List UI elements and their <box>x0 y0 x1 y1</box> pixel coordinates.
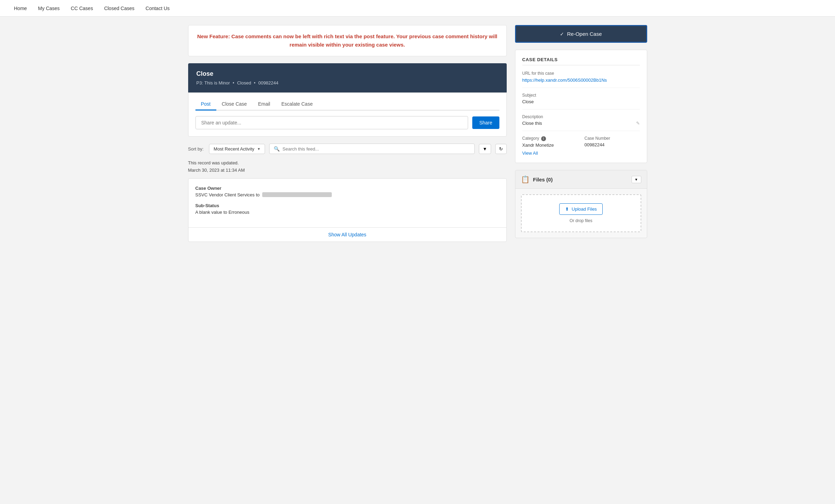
subject-value: Close <box>522 99 640 104</box>
category-casenumber-row: Category i Xandr Monetize Case Number 00… <box>522 136 640 148</box>
refresh-button[interactable]: ↻ <box>495 144 507 154</box>
share-row: Share <box>195 116 499 129</box>
search-feed-input[interactable] <box>282 146 470 152</box>
nav-contact-us[interactable]: Contact Us <box>146 6 170 11</box>
dot-separator-2: • <box>254 80 256 86</box>
redacted-value <box>262 192 332 197</box>
upload-icon: ⬆ <box>565 206 569 212</box>
reopen-case-button[interactable]: ✓ Re-Open Case <box>515 25 647 43</box>
navigation: Home My Cases CC Cases Closed Cases Cont… <box>0 0 835 17</box>
two-col-detail: Category i Xandr Monetize Case Number 00… <box>522 136 640 148</box>
sort-select-dropdown[interactable]: Most Recent Activity ▼ <box>209 144 265 154</box>
case-title: Close <box>196 70 498 78</box>
refresh-icon: ↻ <box>499 146 503 152</box>
tab-escalate-case[interactable]: Escalate Case <box>276 98 318 111</box>
search-feed-container: 🔍 <box>269 144 474 154</box>
case-priority: P3: This is Minor <box>196 80 230 86</box>
files-drop-zone[interactable]: ⬆ Upload Files Or drop files <box>521 194 641 232</box>
reopen-button-label: Re-Open Case <box>567 31 602 37</box>
category-label: Category i <box>522 136 578 141</box>
tab-email[interactable]: Email <box>252 98 276 111</box>
description-label: Description <box>522 114 640 119</box>
update-card-footer: Show All Updates <box>188 227 506 242</box>
files-icon: 📋 <box>521 175 530 184</box>
case-number-label: Case Number <box>585 136 640 141</box>
files-collapse-button[interactable]: ▼ <box>632 176 641 183</box>
description-detail-row: Description Close this ✎ <box>522 114 640 131</box>
case-number-col: Case Number 00982244 <box>585 136 640 148</box>
case-meta: P3: This is Minor • Closed • 00982244 <box>196 80 498 86</box>
show-all-updates-link[interactable]: Show All Updates <box>328 232 367 237</box>
upload-button-label: Upload Files <box>572 206 597 212</box>
case-header: Close P3: This is Minor • Closed • 00982… <box>188 63 507 92</box>
files-card: 📋 Files (0) ▼ ⬆ Upload Files Or drop fil… <box>515 170 647 238</box>
feed-controls: Sort by: Most Recent Activity ▼ 🔍 ▼ ↻ <box>188 144 507 154</box>
category-value: Xandr Monetize <box>522 143 578 148</box>
case-owner-field: Case Owner SSVC Vendor Client Services t… <box>195 186 499 197</box>
tab-post[interactable]: Post <box>195 98 216 111</box>
case-details-card: CASE DETAILS URL for this case https://h… <box>515 50 647 163</box>
sub-status-value: A blank value to Erroneous <box>195 210 499 215</box>
sub-status-field: Sub-Status A blank value to Erroneous <box>195 203 499 215</box>
update-card-body: Case Owner SSVC Vendor Client Services t… <box>188 179 506 227</box>
share-button[interactable]: Share <box>472 116 499 129</box>
nav-my-cases[interactable]: My Cases <box>38 6 59 11</box>
main-content: New Feature: Case comments can now be le… <box>188 25 507 242</box>
sub-status-label: Sub-Status <box>195 203 499 208</box>
case-status: Closed <box>237 80 251 86</box>
description-value: Close this ✎ <box>522 121 640 126</box>
case-owner-label: Case Owner <box>195 186 499 191</box>
tab-bar: Post Close Case Email Escalate Case <box>195 98 499 111</box>
sort-label: Sort by: <box>188 146 204 152</box>
upload-files-button[interactable]: ⬆ Upload Files <box>559 203 603 215</box>
page-layout: New Feature: Case comments can now be le… <box>174 17 661 250</box>
case-number-header: 00982244 <box>258 80 279 86</box>
announcement-banner: New Feature: Case comments can now be le… <box>188 25 507 56</box>
drop-text: Or drop files <box>527 218 635 223</box>
activity-timestamp: This record was updated. March 30, 2023 … <box>188 160 507 174</box>
case-details-title: CASE DETAILS <box>522 57 640 65</box>
announcement-text: New Feature: Case comments can now be le… <box>197 32 498 49</box>
case-owner-value: SSVC Vendor Client Services to <box>195 192 499 197</box>
chevron-down-icon: ▼ <box>635 178 638 181</box>
description-edit-icon[interactable]: ✎ <box>636 121 640 126</box>
category-col: Category i Xandr Monetize <box>522 136 578 148</box>
tab-close-case[interactable]: Close Case <box>216 98 252 111</box>
tabs-panel: Post Close Case Email Escalate Case Shar… <box>188 92 507 137</box>
chevron-down-icon: ▼ <box>257 147 260 151</box>
activity-line1: This record was updated. <box>188 160 507 167</box>
url-detail-row: URL for this case https://help.xandr.com… <box>522 71 640 88</box>
filter-icon: ▼ <box>483 146 487 152</box>
nav-home[interactable]: Home <box>14 6 27 11</box>
activity-line2: March 30, 2023 at 11:34 AM <box>188 167 507 174</box>
subject-detail-row: Subject Close <box>522 93 640 109</box>
files-header: 📋 Files (0) ▼ <box>515 170 647 189</box>
files-header-left: 📋 Files (0) <box>521 175 553 184</box>
share-input[interactable] <box>195 116 468 129</box>
filter-button[interactable]: ▼ <box>479 144 491 154</box>
url-label: URL for this case <box>522 71 640 76</box>
sidebar: ✓ Re-Open Case CASE DETAILS URL for this… <box>515 25 647 242</box>
dot-separator-1: • <box>233 80 234 86</box>
case-number-value: 00982244 <box>585 142 640 147</box>
search-icon: 🔍 <box>274 146 280 152</box>
url-value[interactable]: https://help.xandr.com/5006S00002Bb1Ns <box>522 78 607 83</box>
sort-value: Most Recent Activity <box>214 146 254 152</box>
check-icon: ✓ <box>560 31 564 37</box>
view-all-link[interactable]: View All <box>522 151 640 156</box>
files-title: Files (0) <box>533 177 553 182</box>
subject-label: Subject <box>522 93 640 98</box>
nav-closed-cases[interactable]: Closed Cases <box>104 6 134 11</box>
nav-cc-cases[interactable]: CC Cases <box>71 6 93 11</box>
category-info-icon[interactable]: i <box>541 136 546 141</box>
update-card: Case Owner SSVC Vendor Client Services t… <box>188 178 507 242</box>
